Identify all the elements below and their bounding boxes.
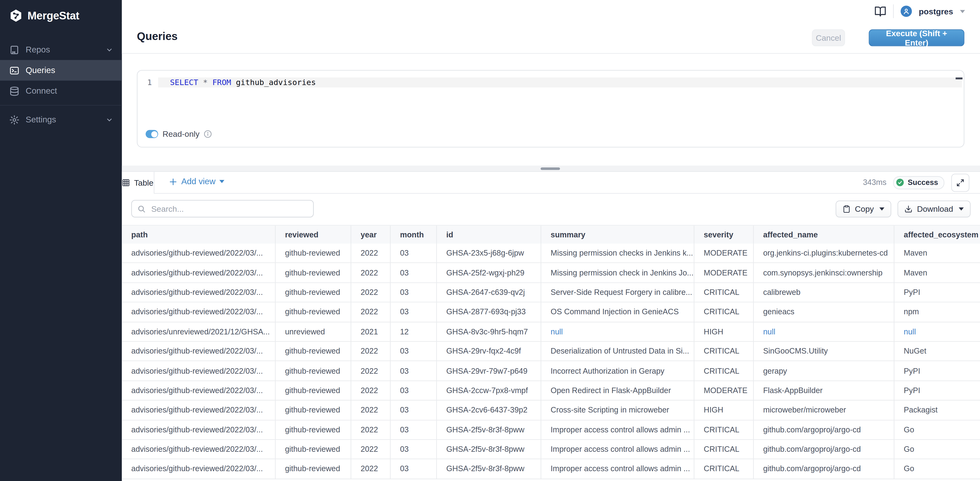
table-cell: GHSA-2ccw-7px8-vmpf: [436, 381, 541, 400]
tab-table[interactable]: Table: [122, 172, 154, 193]
table-row[interactable]: advisories/github-reviewed/2022/03/...gi…: [122, 459, 980, 479]
table-cell: github.com/argoproj/argo-cd: [753, 459, 894, 478]
table-cell: Go: [894, 459, 980, 478]
table-cell: Maven: [894, 263, 980, 282]
table-row[interactable]: advisories/github-reviewed/2022/03/...gi…: [122, 420, 980, 440]
table-cell: MODERATE: [694, 244, 753, 262]
table-cell: GHSA-2f5v-8r3f-8pww: [436, 459, 541, 478]
table-cell: GHSA-29rv-fqx2-4c9f: [436, 342, 541, 361]
sidebar-item-connect[interactable]: Connect: [0, 81, 122, 101]
table-cell: 2022: [350, 459, 390, 478]
sidebar-item-label: Repos: [25, 45, 99, 54]
table-cell: github-reviewed: [275, 244, 351, 262]
table-cell: 03: [390, 420, 436, 439]
query-duration: 343ms: [863, 178, 886, 187]
column-header-affected_ecosystem[interactable]: affected_ecosystem: [894, 225, 980, 244]
table-row[interactable]: advisories/github-reviewed/2022/03/...gi…: [122, 283, 980, 303]
table-cell: Flask-AppBuilder: [753, 381, 894, 400]
table-row[interactable]: advisories/github-reviewed/2022/03/...gi…: [122, 342, 980, 362]
user-menu-label[interactable]: postgres: [919, 6, 953, 16]
search-input[interactable]: [150, 203, 307, 214]
sidebar-item-label: Queries: [25, 66, 113, 75]
download-caret-icon: [959, 208, 964, 211]
sql-table-name: github_advisories: [236, 77, 316, 87]
execute-button[interactable]: Execute (Shift + Enter): [869, 29, 964, 46]
table-cell: PyPI: [894, 381, 980, 400]
table-cell: null: [753, 322, 894, 341]
sidebar-item-settings[interactable]: Settings: [0, 109, 122, 130]
column-header-severity[interactable]: severity: [694, 225, 753, 244]
table-cell: advisories/github-reviewed/2022/03/...: [122, 362, 275, 380]
expand-results-button[interactable]: [951, 173, 969, 192]
add-view-caret-icon: [219, 180, 224, 183]
column-header-year[interactable]: year: [350, 225, 390, 244]
table-cell: HIGH: [694, 400, 753, 419]
success-check-icon: [896, 179, 904, 186]
info-icon[interactable]: [204, 130, 212, 138]
page-header: Queries Cancel Execute (Shift + Enter): [122, 22, 980, 54]
sidebar-item-label: Connect: [25, 86, 113, 95]
table-cell: 03: [390, 400, 436, 419]
column-header-affected_name[interactable]: affected_name: [753, 225, 894, 244]
column-header-reviewed[interactable]: reviewed: [275, 225, 351, 244]
table-cell: GHSA-29vr-79w7-p649: [436, 362, 541, 380]
table-cell: Improper access control allows admin ...: [541, 420, 694, 439]
status-badge: Success: [893, 176, 944, 189]
table-body: advisories/github-reviewed/2022/03/...gi…: [122, 244, 980, 479]
download-button[interactable]: Download: [897, 200, 970, 217]
sidebar-nav: Repos Queries Connect: [0, 39, 122, 130]
user-avatar[interactable]: [901, 5, 912, 17]
sidebar-item-queries[interactable]: Queries: [0, 60, 122, 81]
table-cell: 2022: [350, 303, 390, 321]
column-header-summary[interactable]: summary: [541, 225, 694, 244]
table-cell: github.com/argoproj/argo-cd: [753, 420, 894, 439]
readonly-toggle[interactable]: [146, 130, 158, 138]
table-row[interactable]: advisories/github-reviewed/2022/03/...gi…: [122, 303, 980, 322]
table-cell: CRITICAL: [694, 342, 753, 361]
cancel-button[interactable]: Cancel: [812, 29, 845, 46]
table-row[interactable]: advisories/github-reviewed/2022/03/...gi…: [122, 400, 980, 420]
docs-book-icon[interactable]: [874, 5, 886, 17]
sql-keyword: FROM: [212, 77, 231, 87]
table-cell: Packagist: [894, 400, 980, 419]
line-number: 1: [138, 77, 158, 87]
copy-button[interactable]: Copy: [835, 200, 891, 217]
column-header-month[interactable]: month: [390, 225, 436, 244]
table-cell: github-reviewed: [275, 400, 351, 419]
table-cell: GHSA-25f2-wgxj-ph29: [436, 263, 541, 282]
table-header-row: pathreviewedyearmonthidsummaryseverityaf…: [122, 225, 980, 244]
table-row[interactable]: advisories/github-reviewed/2022/03/...gi…: [122, 381, 980, 400]
column-header-id[interactable]: id: [436, 225, 541, 244]
status-label: Success: [908, 178, 938, 187]
column-header-path[interactable]: path: [122, 225, 275, 244]
table-cell: 03: [390, 440, 436, 459]
results-toolbar: Copy Download: [122, 194, 980, 225]
table-cell: 03: [390, 342, 436, 361]
readonly-row: Read-only: [146, 129, 212, 139]
sql-editor[interactable]: 1 SELECT * FROM github_advisories Read-o…: [137, 70, 964, 147]
table-row[interactable]: advisories/unreviewed/2021/12/GHSA...unr…: [122, 322, 980, 342]
table-cell: advisories/github-reviewed/2022/03/...: [122, 303, 275, 321]
sidebar-item-repos[interactable]: Repos: [0, 39, 122, 60]
panel-resize-handle[interactable]: [541, 167, 560, 170]
table-row[interactable]: advisories/github-reviewed/2022/03/...gi…: [122, 440, 980, 459]
table-cell: 2022: [350, 420, 390, 439]
topbar: postgres: [122, 0, 980, 23]
editor-scrollbar-thumb[interactable]: [956, 77, 963, 79]
editor-line-1[interactable]: 1 SELECT * FROM github_advisories: [138, 77, 963, 87]
table-row[interactable]: advisories/github-reviewed/2022/03/...gi…: [122, 362, 980, 381]
sql-code[interactable]: SELECT * FROM github_advisories: [170, 77, 316, 87]
add-view-button[interactable]: Add view: [169, 177, 224, 186]
search-box[interactable]: [131, 200, 314, 217]
table-cell: 2021: [350, 322, 390, 341]
table-row[interactable]: advisories/github-reviewed/2022/03/...gi…: [122, 244, 980, 263]
table-cell: advisories/github-reviewed/2022/03/...: [122, 283, 275, 302]
table-cell: advisories/github-reviewed/2022/03/...: [122, 381, 275, 400]
sidebar: MergeStat Repos Qu: [0, 0, 122, 481]
user-menu-caret-icon[interactable]: [960, 10, 965, 13]
table-cell: advisories/github-reviewed/2022/03/...: [122, 420, 275, 439]
table-cell: CRITICAL: [694, 420, 753, 439]
table-row[interactable]: advisories/github-reviewed/2022/03/...gi…: [122, 263, 980, 283]
table-cell: 12: [390, 322, 436, 341]
chevron-down-icon: [106, 46, 113, 53]
